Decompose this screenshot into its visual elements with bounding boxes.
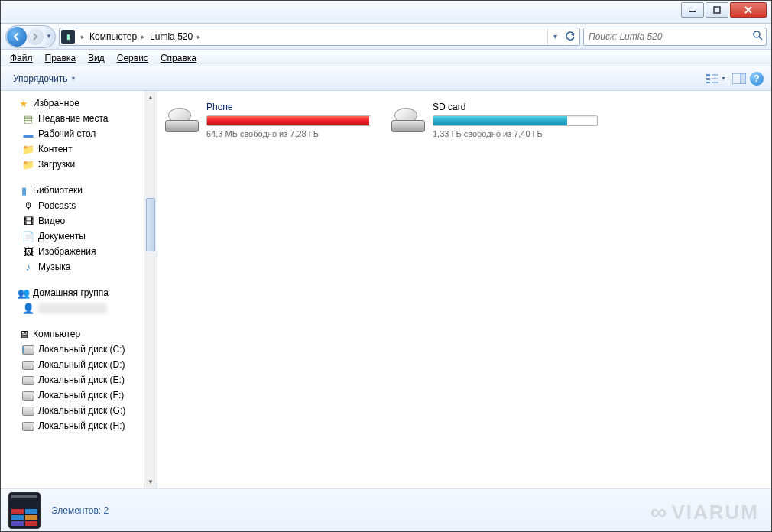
star-icon: ★ — [18, 97, 30, 109]
pictures-icon: 🖼 — [22, 245, 34, 258]
capacity-text: 64,3 МБ свободно из 7,28 ГБ — [206, 129, 371, 138]
address-bar[interactable]: ▮ ▸ Компьютер ▸ Lumia 520 ▸ ▾ — [59, 28, 580, 46]
menu-file[interactable]: Файл — [4, 51, 39, 65]
desktop-icon: ▬ — [22, 128, 34, 140]
scroll-down-button[interactable]: ▼ — [144, 475, 157, 488]
drive-name: SD card — [433, 102, 598, 112]
document-icon: 📄 — [22, 230, 34, 242]
sidebar-item-podcasts[interactable]: 🎙Podcasts — [7, 198, 157, 213]
device-thumbnail — [8, 492, 41, 529]
help-button[interactable]: ? — [750, 72, 764, 86]
drive-icon — [165, 109, 199, 135]
sidebar-item-music[interactable]: ♪Музыка — [7, 259, 157, 274]
svg-rect-5 — [706, 78, 710, 80]
minimize-button[interactable] — [681, 2, 704, 18]
forward-button[interactable] — [27, 28, 44, 45]
sidebar-item-drive-d[interactable]: Локальный диск (D:) — [7, 357, 157, 372]
details-summary: Элементов: 2 — [51, 505, 109, 516]
menu-edit[interactable]: Правка — [39, 51, 83, 65]
scroll-thumb[interactable] — [146, 198, 155, 251]
infinity-icon: ∞ — [650, 499, 668, 525]
address-dropdown[interactable]: ▾ — [547, 28, 563, 45]
menu-tools[interactable]: Сервис — [111, 51, 154, 65]
svg-rect-11 — [741, 73, 746, 84]
libraries-icon: ▮ — [18, 184, 30, 196]
nav-scrollbar[interactable]: ▲ ▼ — [144, 91, 157, 488]
homegroup-label: Домашняя группа — [33, 287, 109, 298]
computer-header[interactable]: 🖥 Компьютер — [7, 326, 157, 342]
video-icon: 🎞 — [22, 215, 34, 227]
svg-rect-4 — [706, 74, 710, 76]
drive-icon — [22, 420, 34, 432]
menu-help[interactable]: Справка — [154, 51, 203, 65]
search-icon[interactable] — [749, 30, 766, 43]
sidebar-item-video[interactable]: 🎞Видео — [7, 213, 157, 229]
close-button[interactable] — [730, 2, 767, 18]
homegroup-header[interactable]: 👥 Домашняя группа — [7, 285, 157, 300]
chevron-right-icon: ▸ — [138, 33, 148, 41]
command-bar: Упорядочить ▼ ▼ ? — [1, 66, 771, 91]
chevron-right-icon: ▸ — [194, 33, 204, 41]
chevron-right-icon: ▸ — [78, 33, 88, 41]
window-titlebar — [1, 1, 771, 24]
svg-rect-6 — [706, 82, 710, 83]
homegroup-icon: 👥 — [18, 287, 30, 299]
sidebar-item-desktop[interactable]: ▬Рабочий стол — [7, 126, 157, 141]
preview-pane-button[interactable] — [730, 70, 748, 88]
sidebar-item-recent[interactable]: ▤Недавние места — [7, 111, 157, 126]
svg-line-3 — [759, 37, 762, 40]
sidebar-item-drive-g[interactable]: Локальный диск (G:) — [7, 403, 157, 418]
favorites-header[interactable]: ★ Избранное — [7, 96, 157, 111]
drive-icon — [391, 109, 425, 135]
sidebar-item-drive-f[interactable]: Локальный диск (F:) — [7, 388, 157, 403]
search-input[interactable] — [584, 31, 749, 42]
sidebar-item-drive-c[interactable]: Локальный диск (C:) — [7, 342, 157, 357]
drive-item-sdcard[interactable]: SD card 1,33 ГБ свободно из 7,40 ГБ — [391, 102, 598, 138]
chevron-down-icon: ▼ — [721, 76, 726, 81]
drive-icon — [22, 404, 34, 417]
recent-icon: ▤ — [22, 112, 34, 125]
capacity-text: 1,33 ГБ свободно из 7,40 ГБ — [433, 129, 598, 138]
computer-icon: 🖥 — [18, 328, 30, 340]
svg-rect-1 — [714, 7, 720, 13]
sidebar-item-downloads[interactable]: 📁Загрузки — [7, 157, 157, 172]
maximize-button[interactable] — [706, 2, 728, 18]
downloads-icon: 📁 — [22, 158, 34, 170]
podcast-icon: 🎙 — [22, 200, 34, 212]
watermark: ∞ VIARUM — [650, 499, 759, 525]
organize-button[interactable]: Упорядочить ▼ — [8, 70, 80, 87]
scroll-up-button[interactable]: ▲ — [144, 91, 157, 104]
navigation-pane: ★ Избранное ▤Недавние места ▬Рабочий сто… — [1, 91, 157, 488]
sidebar-item-documents[interactable]: 📄Документы — [7, 229, 157, 244]
breadcrumb-folder[interactable]: Lumia 520 — [148, 31, 194, 42]
sidebar-item-pictures[interactable]: 🖼Изображения — [7, 244, 157, 259]
sidebar-item-content[interactable]: 📁Контент — [7, 141, 157, 157]
favorites-label: Избранное — [33, 98, 79, 109]
drive-item-phone[interactable]: Phone 64,3 МБ свободно из 7,28 ГБ — [165, 102, 371, 138]
sidebar-item-drive-e[interactable]: Локальный диск (E:) — [7, 372, 157, 388]
sidebar-item-drive-h[interactable]: Локальный диск (H:) — [7, 418, 157, 433]
capacity-bar — [206, 115, 371, 126]
view-icon — [706, 73, 719, 84]
drive-icon — [22, 374, 34, 386]
folder-icon: 📁 — [22, 143, 34, 155]
breadcrumb-root[interactable]: Компьютер — [88, 31, 138, 42]
libraries-label: Библиотеки — [33, 185, 83, 196]
sidebar-item-user[interactable]: 👤 — [7, 300, 157, 316]
search-box[interactable] — [583, 28, 767, 46]
content-area: Phone 64,3 МБ свободно из 7,28 ГБ SD car… — [157, 91, 771, 488]
drive-icon — [22, 343, 34, 355]
history-dropdown[interactable]: ▼ — [44, 27, 54, 47]
libraries-header[interactable]: ▮ Библиотеки — [7, 183, 157, 198]
view-options-button[interactable]: ▼ — [703, 71, 728, 86]
capacity-bar — [433, 115, 598, 126]
device-icon: ▮ — [61, 30, 75, 44]
refresh-button[interactable] — [563, 28, 578, 45]
menu-bar: Файл Правка Вид Сервис Справка — [1, 50, 771, 66]
drive-icon — [22, 389, 34, 401]
menu-view[interactable]: Вид — [82, 51, 111, 65]
navigation-bar: ▼ ▮ ▸ Компьютер ▸ Lumia 520 ▸ ▾ — [1, 24, 771, 50]
back-button[interactable] — [7, 27, 27, 47]
music-icon: ♪ — [22, 261, 34, 273]
drive-icon — [22, 358, 34, 371]
